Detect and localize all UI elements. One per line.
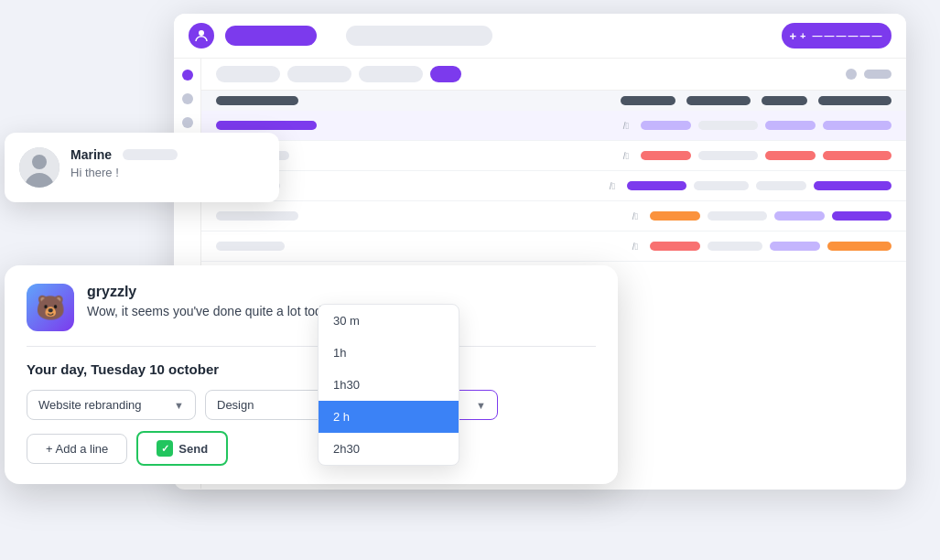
slash-icon: /⃝ (628, 239, 643, 253)
gryzzly-avatar: 🐻 (27, 284, 74, 331)
header-search-bar (346, 26, 492, 46)
header-nav-pill[interactable] (225, 26, 317, 46)
row-cell (694, 181, 749, 190)
time-entry-form-row: Website rebranding ▼ Design ▼ Duration ▼ (27, 390, 596, 420)
col-header-3 (762, 96, 807, 105)
row-cell (814, 181, 891, 190)
category-select-label: Design (217, 398, 254, 412)
slash-icon: /⃝ (628, 209, 643, 223)
table-row: /⃝ (201, 201, 906, 232)
svg-point-2 (32, 155, 47, 169)
marine-name: Marine (70, 147, 112, 162)
send-check-icon: ✓ (157, 440, 173, 457)
sidebar-nav-item-1[interactable] (182, 70, 193, 81)
col-header-2 (686, 96, 751, 105)
gryzzly-message: Wow, it seems you've done quite a lot to… (87, 304, 355, 318)
col-header-name (216, 96, 298, 105)
sidebar-nav-item-3[interactable] (182, 117, 193, 128)
chevron-down-icon: ▼ (476, 400, 486, 411)
row-cell (650, 242, 700, 251)
project-select-label: Website rebranding (38, 398, 142, 412)
row-cell (832, 211, 891, 221)
row-cell (765, 151, 816, 160)
dropdown-item-2h[interactable]: 2 h (319, 401, 459, 433)
row-label (216, 242, 285, 251)
col-header-4 (818, 96, 891, 105)
marine-notification[interactable]: Marine Hi there ! (5, 133, 279, 202)
row-cell (650, 211, 700, 221)
table-row: /⃝ (201, 111, 906, 141)
table-row: /⃝ (201, 171, 906, 201)
row-cell (770, 242, 820, 251)
svg-point-0 (199, 30, 204, 36)
row-cell (823, 151, 891, 160)
column-headers (201, 91, 906, 111)
add-line-label: + Add a line (46, 442, 108, 456)
row-cell (765, 121, 816, 130)
filter-pill-2[interactable] (287, 66, 351, 82)
table-row: /⃝ (201, 141, 906, 171)
form-actions-row: + Add a line ✓ Send (27, 431, 596, 466)
row-label (216, 121, 317, 130)
dropdown-item-1h[interactable]: 1h (319, 337, 459, 369)
dropdown-item-1h30[interactable]: 1h30 (319, 369, 459, 401)
row-cell (708, 211, 767, 221)
gryzzly-name: gryzzly (87, 284, 355, 300)
dropdown-item-2h30[interactable]: 2h30 (319, 433, 459, 465)
section-title: Your day, Tuesday 10 october (27, 361, 596, 377)
slash-icon: /⃝ (619, 148, 633, 163)
add-line-button[interactable]: + Add a line (27, 434, 127, 464)
filter-pill-1[interactable] (216, 66, 280, 82)
gryzzly-header: 🐻 gryzzly Wow, it seems you've done quit… (27, 284, 596, 347)
dropdown-item-30m[interactable]: 30 m (319, 305, 459, 337)
marine-message: Hi there ! (70, 166, 178, 179)
row-cell (627, 181, 686, 190)
gryzzly-text: gryzzly Wow, it seems you've done quite … (87, 284, 355, 318)
avatar (19, 147, 59, 188)
slash-icon: /⃝ (619, 118, 633, 133)
row-cell (698, 151, 758, 160)
duration-dropdown: 30 m 1h 1h30 2 h 2h30 (318, 304, 459, 466)
more-options-button[interactable] (846, 69, 857, 80)
more-label (864, 70, 891, 79)
row-cell (698, 121, 758, 130)
row-label (216, 211, 298, 221)
app-logo (189, 23, 214, 48)
row-cell (708, 242, 762, 251)
row-cell (641, 151, 691, 160)
marine-role-tag (123, 149, 178, 160)
project-select[interactable]: Website rebranding ▼ (27, 390, 196, 420)
view-toggle[interactable] (430, 66, 461, 82)
app-header: + + —————— (174, 14, 906, 59)
send-label: Send (178, 442, 208, 456)
gryzzly-chat-panel: 🐻 gryzzly Wow, it seems you've done quit… (5, 265, 618, 484)
marine-text-content: Marine Hi there ! (70, 147, 178, 179)
plus-icon: + (789, 29, 796, 43)
chevron-down-icon: ▼ (174, 400, 184, 411)
slash-icon: /⃝ (605, 178, 620, 193)
filter-row (201, 59, 906, 91)
filter-pill-3[interactable] (359, 66, 423, 82)
table-row: /⃝ (201, 232, 906, 262)
send-button[interactable]: ✓ Send (136, 431, 228, 466)
add-button[interactable]: + + —————— (782, 23, 891, 48)
row-cell (774, 211, 825, 221)
row-cell (823, 121, 891, 130)
row-cell (641, 121, 691, 130)
sidebar-nav-item-2[interactable] (182, 93, 193, 104)
row-cell (827, 242, 891, 251)
add-button-label: + —————— (800, 30, 883, 41)
row-cell (756, 181, 806, 190)
col-header-1 (621, 96, 675, 105)
checkmark-icon: ✓ (161, 443, 169, 455)
